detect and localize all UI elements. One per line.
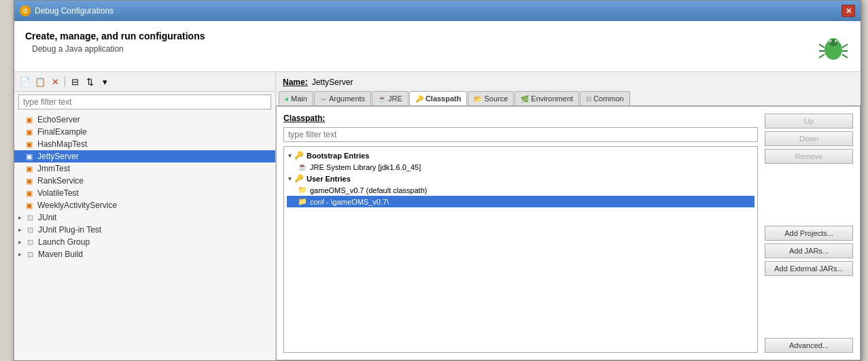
left-panel: 📄 📋 ✕ ⊟ ⇅ ▾ ▣ EchoServer ▣ FinalExample xyxy=(14,72,276,360)
tab-jre[interactable]: ☕ JRE xyxy=(372,91,409,105)
panel-body: Classpath: ▾ 🔑 Bootstrap Entries ☕ JRE S… xyxy=(276,106,861,360)
group-icon: ⊡ xyxy=(24,226,35,235)
tree-group-junit-plugin[interactable]: ▸ ⊡ JUnit Plug-in Test xyxy=(14,224,275,236)
main-tab-icon: ● xyxy=(285,95,289,103)
tree-item-label: FinalExample xyxy=(37,127,87,137)
tree-item-label: RankService xyxy=(37,176,84,186)
bootstrap-group[interactable]: ▾ 🔑 Bootstrap Entries xyxy=(287,150,754,161)
expand-icon: ▸ xyxy=(18,214,22,221)
add-external-jars-button[interactable]: Add External JARs... xyxy=(765,261,853,276)
duplicate-button[interactable]: 📋 xyxy=(33,75,47,88)
conf-icon: 📁 xyxy=(298,197,307,206)
close-button[interactable]: ✕ xyxy=(841,5,855,17)
tab-jre-label: JRE xyxy=(388,94,402,103)
add-projects-button[interactable]: Add Projects... xyxy=(765,226,853,241)
bootstrap-arrow: ▾ xyxy=(288,152,292,159)
user-group[interactable]: ▾ 🔑 User Entries xyxy=(287,173,754,184)
common-tab-icon: ⊟ xyxy=(586,95,591,103)
bootstrap-item-jre[interactable]: ☕ JRE System Library [jdk1.6.0_45] xyxy=(287,161,754,173)
toolbar-dropdown-button[interactable]: ▾ xyxy=(98,75,111,88)
svg-line-7 xyxy=(819,44,824,48)
tab-source[interactable]: 📂 Source xyxy=(468,91,514,105)
user-item-conf[interactable]: 📁 conf - \gameOMS_v0.7\ xyxy=(287,196,754,207)
header-area: Create, manage, and run configurations D… xyxy=(14,21,861,72)
tree-item-jettyserver[interactable]: ▣ JettyServer xyxy=(14,150,275,162)
tree-item-echoserver[interactable]: ▣ EchoServer xyxy=(14,114,275,126)
collapse-button[interactable]: ⊟ xyxy=(68,75,82,88)
tree-group-maven-build[interactable]: ▸ ⊡ Maven Build xyxy=(14,248,275,260)
user-group-icon: 🔑 xyxy=(294,174,304,183)
tab-environment[interactable]: 🌿 Environment xyxy=(515,91,579,105)
user-group-label: User Entries xyxy=(307,175,351,183)
tab-main[interactable]: ● Main xyxy=(279,91,313,105)
tree-group-launch-group[interactable]: ▸ ⊡ Launch Group xyxy=(14,236,275,248)
tab-arguments[interactable]: ↔ Arguments xyxy=(314,91,371,105)
classpath-tree: ▾ 🔑 Bootstrap Entries ☕ JRE System Libra… xyxy=(283,146,758,353)
tree-item-weeklyactivityservice[interactable]: ▣ WeeklyActivityService xyxy=(14,199,275,211)
tab-common[interactable]: ⊟ Common xyxy=(580,91,630,105)
left-toolbar: 📄 📋 ✕ ⊟ ⇅ ▾ xyxy=(14,72,275,92)
classpath-section: Classpath: ▾ 🔑 Bootstrap Entries ☕ JRE S… xyxy=(283,114,758,353)
down-button[interactable]: Down xyxy=(765,131,853,146)
svg-point-6 xyxy=(836,41,837,43)
classpath-tab-icon: 🔑 xyxy=(415,95,423,103)
left-filter-input[interactable] xyxy=(18,94,271,109)
java-icon: ▣ xyxy=(24,165,35,173)
tree-item-volatiletest[interactable]: ▣ VolatileTest xyxy=(14,187,275,199)
name-label: Name: xyxy=(283,78,308,87)
user-item-gameoms[interactable]: 📁 gameOMS_v0.7 (default classpath) xyxy=(287,184,754,196)
toolbar-separator xyxy=(65,76,65,87)
tree-group-junit[interactable]: ▸ ⊡ JUnit xyxy=(14,211,275,224)
expand-icon: ▸ xyxy=(18,251,22,258)
tree-item-label: JUnit xyxy=(38,213,56,222)
main-content: 📄 📋 ✕ ⊟ ⇅ ▾ ▣ EchoServer ▣ FinalExample xyxy=(14,72,861,360)
svg-line-12 xyxy=(842,54,848,58)
link-button[interactable]: ⇅ xyxy=(83,75,97,88)
delete-button[interactable]: ✕ xyxy=(48,75,62,88)
tree-item-hashmaptest[interactable]: ▣ HashMapTest xyxy=(14,138,275,150)
tab-arguments-label: Arguments xyxy=(329,94,365,103)
tab-environment-label: Environment xyxy=(531,94,573,103)
tree-item-finalexample[interactable]: ▣ FinalExample xyxy=(14,126,275,138)
tab-source-label: Source xyxy=(484,94,508,103)
new-config-button[interactable]: 📄 xyxy=(18,75,32,88)
tab-classpath[interactable]: 🔑 Classpath xyxy=(409,91,468,105)
tree-item-label: JettyServer xyxy=(37,152,79,161)
gameoms-icon: 📁 xyxy=(298,186,307,194)
bootstrap-group-icon: 🔑 xyxy=(294,151,304,160)
name-value: JettyServer xyxy=(312,78,353,87)
remove-button[interactable]: Remove xyxy=(765,149,853,164)
tree-item-label: EchoServer xyxy=(37,115,80,124)
bootstrap-group-label: Bootstrap Entries xyxy=(307,152,369,160)
tab-classpath-label: Classpath xyxy=(426,94,462,103)
jre-item-label: JRE System Library [jdk1.6.0_45] xyxy=(310,163,421,171)
tree-item-rankservice[interactable]: ▣ RankService xyxy=(14,175,275,187)
group-icon: ⊡ xyxy=(24,238,35,247)
expand-icon: ▸ xyxy=(18,226,22,233)
user-arrow: ▾ xyxy=(288,175,292,182)
tab-common-label: Common xyxy=(593,94,624,103)
group-icon: ⊡ xyxy=(24,213,35,222)
add-jars-button[interactable]: Add JARs... xyxy=(765,243,853,258)
conf-label: conf - \gameOMS_v0.7\ xyxy=(310,198,389,206)
tree-item-label: VolatileTest xyxy=(37,188,79,198)
up-button[interactable]: Up xyxy=(765,114,853,128)
java-icon: ▣ xyxy=(24,116,35,124)
header-text: Create, manage, and run configurations D… xyxy=(25,31,205,54)
tree-area: ▣ EchoServer ▣ FinalExample ▣ HashMapTes… xyxy=(14,112,275,360)
classpath-filter-input[interactable] xyxy=(283,127,758,142)
java-icon: ▣ xyxy=(24,189,35,198)
classpath-section-title: Classpath: xyxy=(283,114,758,123)
header-title: Create, manage, and run configurations xyxy=(25,31,205,41)
debug-configurations-window: ⊙ Debug Configurations ✕ Create, manage,… xyxy=(14,0,861,361)
java-icon: ▣ xyxy=(24,201,35,210)
java-icon: ▣ xyxy=(24,177,35,186)
tree-item-jmmtest[interactable]: ▣ JmmTest xyxy=(14,162,275,175)
advanced-button[interactable]: Advanced... xyxy=(765,338,853,353)
tree-item-label: JUnit Plug-in Test xyxy=(38,225,101,235)
tree-item-label: JmmTest xyxy=(37,164,70,173)
buttons-column: Up Down Remove Add Projects... Add JARs.… xyxy=(765,114,853,353)
java-icon: ▣ xyxy=(24,140,35,149)
environment-tab-icon: 🌿 xyxy=(521,95,529,103)
title-bar-left: ⊙ Debug Configurations xyxy=(20,5,114,16)
